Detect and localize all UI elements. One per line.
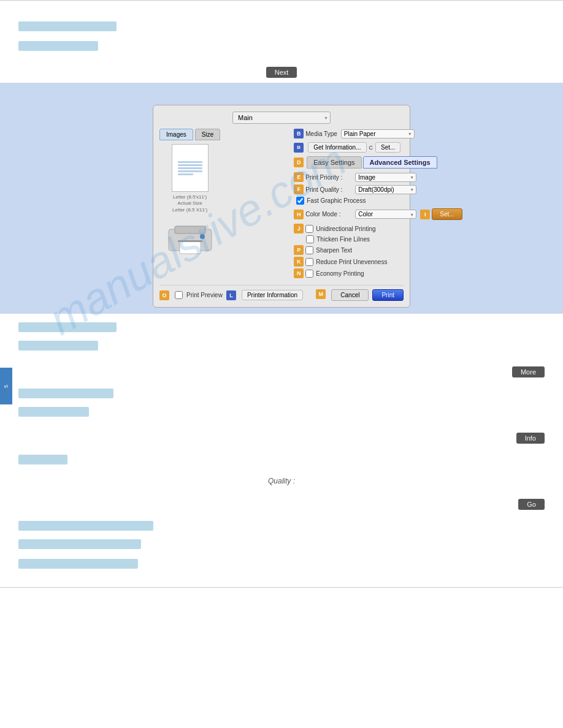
paper-line: [178, 161, 202, 163]
section2-btn-row: More: [0, 358, 563, 380]
print-preview-label: Print Preview: [186, 292, 223, 298]
badge-k: K: [294, 257, 304, 267]
dialog-body: Images Size Letter: [159, 129, 404, 280]
svg-point-3: [200, 234, 205, 239]
get-info-button[interactable]: Get Information...: [308, 142, 366, 153]
media-type-row: B Media Type Plain Paper: [294, 129, 462, 138]
reduce-label: Reduce Print Unevenness: [316, 259, 387, 265]
badge-b: B: [294, 129, 304, 138]
dialog-bottom-left: O Print Preview L Printer Information: [159, 290, 303, 300]
checkboxes-group: J Unidirectional Printing Thicken Fine L…: [294, 224, 462, 278]
badge-h: H: [294, 210, 304, 219]
color-mode-label-wrapper: H Color Mode :: [294, 210, 355, 219]
bottom-rule: [0, 587, 563, 588]
section4-button[interactable]: Go: [518, 499, 545, 510]
print-button[interactable]: Print: [372, 289, 404, 301]
checkbox-reduce: K Reduce Print Unevenness: [294, 257, 462, 267]
economy-checkbox[interactable]: [305, 270, 313, 278]
paper-line: [178, 173, 193, 175]
section4-btn-row: Go: [0, 490, 563, 512]
print-dialog: Main Images Size: [153, 105, 410, 308]
print-quality-select-wrapper[interactable]: Draft(300dpi): [355, 185, 416, 194]
economy-label: Economy Printing: [316, 270, 364, 277]
print-priority-select-wrapper[interactable]: Image: [355, 173, 416, 182]
fast-graphic-label: Fast Graphic Process: [307, 197, 366, 204]
section-2: [0, 314, 563, 358]
main-dropdown-wrapper[interactable]: Main: [232, 112, 331, 124]
section-1: [0, 12, 563, 67]
section-3: [0, 380, 563, 424]
badge-b2: B: [294, 143, 304, 153]
section3-btn-row: Info: [0, 424, 563, 446]
media-type-label: Media Type: [305, 131, 337, 137]
section3-button[interactable]: Info: [516, 433, 545, 444]
fast-graphic-row: Fast Graphic Process: [296, 197, 462, 205]
section4-bar1: [18, 455, 67, 464]
top-rule: [0, 0, 563, 1]
svg-rect-4: [178, 240, 202, 242]
dialog-left-panel: Images Size Letter: [159, 129, 220, 280]
quality-row: Quality :: [0, 477, 563, 485]
paper-line: [178, 167, 202, 169]
thicken-label: Thicken Fine LiInes: [316, 236, 370, 243]
dialog-wrapper: Main Images Size: [0, 99, 563, 314]
print-priority-label: Print Priority :: [305, 174, 342, 181]
reduce-checkbox[interactable]: [305, 258, 313, 266]
printer-info-button[interactable]: Printer Information: [242, 290, 303, 300]
paper-line: [178, 164, 202, 166]
badge-o: O: [159, 290, 169, 300]
color-mode-label: Color Mode :: [305, 211, 340, 218]
main-select[interactable]: Main: [232, 112, 331, 124]
unidirectional-checkbox[interactable]: [305, 225, 313, 233]
section3-bar1: [18, 389, 113, 398]
size-tab[interactable]: Size: [195, 129, 220, 140]
print-priority-row: E Print Priority : Image: [294, 172, 462, 182]
page-container: manualsrive.com 5 Next Main: [0, 0, 563, 588]
dialog-right-panel: B Media Type Plain Paper B Get Informati…: [294, 129, 462, 280]
next-button[interactable]: Next: [266, 67, 297, 78]
sharpen-label: Sharpen Text: [316, 247, 352, 254]
paper-preview: [172, 144, 209, 192]
section2-bar2: [18, 341, 98, 351]
thicken-checkbox[interactable]: [306, 235, 314, 243]
section-5: [0, 512, 563, 576]
cancel-button[interactable]: Cancel: [331, 289, 369, 301]
checkbox-thicken: Thicken Fine LiInes: [306, 235, 462, 243]
print-priority-select[interactable]: Image: [355, 173, 416, 182]
badge-l: L: [226, 290, 236, 300]
badge-n: N: [294, 268, 304, 278]
print-priority-label-wrapper: E Print Priority :: [294, 172, 355, 182]
sharpen-checkbox[interactable]: [305, 246, 313, 254]
color-mode-select-wrapper[interactable]: Color: [355, 210, 416, 219]
print-quality-select[interactable]: Draft(300dpi): [355, 185, 416, 194]
checkbox-unidirectional: J Unidirectional Printing: [294, 224, 462, 233]
easy-settings-tab[interactable]: Easy Settings: [307, 156, 361, 169]
fast-graphic-checkbox[interactable]: [296, 197, 304, 205]
images-tab[interactable]: Images: [159, 129, 193, 140]
section5-bar3: [18, 559, 138, 569]
set-i-button[interactable]: Set...: [432, 208, 462, 220]
media-type-select-wrapper[interactable]: Plain Paper: [341, 129, 415, 138]
set-button-c[interactable]: Set...: [375, 142, 400, 153]
badge-e: E: [294, 172, 304, 182]
advanced-settings-tab[interactable]: Advanced Settings: [363, 156, 437, 169]
print-preview-checkbox[interactable]: [175, 291, 183, 299]
printer-area: [159, 217, 220, 262]
section1-bar2: [18, 41, 98, 51]
badge-i: I: [420, 210, 430, 219]
section-4: [0, 446, 563, 472]
badge-m: M: [316, 289, 326, 299]
color-mode-row: H Color Mode : Color I Set...: [294, 208, 462, 220]
color-mode-select[interactable]: Color: [355, 210, 416, 219]
set-i-wrapper: I Set...: [420, 208, 462, 220]
dialog-title-row: Main: [159, 112, 404, 124]
section-bar: [0, 83, 563, 99]
print-quality-row: F Print Quality : Draft(300dpi): [294, 184, 462, 194]
badge-f: F: [294, 184, 304, 194]
media-type-select[interactable]: Plain Paper: [341, 129, 415, 138]
section1-bar1: [18, 21, 117, 31]
section2-button[interactable]: More: [512, 366, 545, 377]
dialog-bottom-bar: O Print Preview L Printer Information M …: [159, 285, 404, 301]
print-quality-label-wrapper: F Print Quality :: [294, 184, 355, 194]
settings-tabs: D Easy Settings Advanced Settings: [294, 156, 462, 169]
